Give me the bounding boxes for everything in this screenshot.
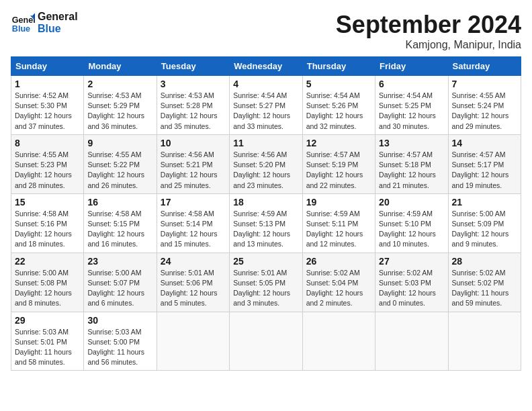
day-info: Sunrise: 5:02 AM Sunset: 5:02 PM Dayligh… xyxy=(452,268,517,309)
day-number: 3 xyxy=(161,79,226,89)
weekday-header-thursday: Thursday xyxy=(302,57,375,76)
calendar-cell: 24Sunrise: 5:01 AM Sunset: 5:06 PM Dayli… xyxy=(157,253,229,312)
calendar-cell: 19Sunrise: 4:59 AM Sunset: 5:11 PM Dayli… xyxy=(302,193,375,253)
day-number: 27 xyxy=(379,256,444,267)
calendar-cell: 17Sunrise: 4:58 AM Sunset: 5:14 PM Dayli… xyxy=(157,193,229,253)
day-info: Sunrise: 4:53 AM Sunset: 5:28 PM Dayligh… xyxy=(161,91,226,132)
calendar-cell xyxy=(448,312,521,371)
calendar-cell: 8Sunrise: 4:55 AM Sunset: 5:23 PM Daylig… xyxy=(11,134,84,193)
day-info: Sunrise: 4:55 AM Sunset: 5:22 PM Dayligh… xyxy=(87,150,152,191)
calendar-cell: 23Sunrise: 5:00 AM Sunset: 5:07 PM Dayli… xyxy=(84,253,157,312)
day-info: Sunrise: 5:00 AM Sunset: 5:08 PM Dayligh… xyxy=(15,268,80,309)
day-info: Sunrise: 5:01 AM Sunset: 5:05 PM Dayligh… xyxy=(233,268,298,309)
day-info: Sunrise: 4:58 AM Sunset: 5:15 PM Dayligh… xyxy=(87,209,152,250)
calendar-table: SundayMondayTuesdayWednesdayThursdayFrid… xyxy=(11,56,521,371)
calendar-cell: 13Sunrise: 4:57 AM Sunset: 5:18 PM Dayli… xyxy=(375,134,448,193)
day-info: Sunrise: 4:53 AM Sunset: 5:29 PM Dayligh… xyxy=(87,91,152,132)
day-number: 9 xyxy=(87,138,152,148)
day-info: Sunrise: 4:57 AM Sunset: 5:19 PM Dayligh… xyxy=(306,150,371,191)
calendar-cell: 16Sunrise: 4:58 AM Sunset: 5:15 PM Dayli… xyxy=(84,193,157,253)
day-number: 25 xyxy=(233,256,298,267)
calendar-cell xyxy=(230,312,302,371)
day-number: 26 xyxy=(306,256,371,267)
day-info: Sunrise: 4:54 AM Sunset: 5:26 PM Dayligh… xyxy=(306,91,371,132)
calendar-cell: 5Sunrise: 4:54 AM Sunset: 5:26 PM Daylig… xyxy=(302,76,375,135)
calendar-cell: 30Sunrise: 5:03 AM Sunset: 5:00 PM Dayli… xyxy=(84,312,157,371)
day-number: 16 xyxy=(87,197,152,208)
calendar-cell: 3Sunrise: 4:53 AM Sunset: 5:28 PM Daylig… xyxy=(157,76,229,135)
calendar-cell: 20Sunrise: 4:59 AM Sunset: 5:10 PM Dayli… xyxy=(375,193,448,253)
day-number: 24 xyxy=(161,256,226,267)
calendar-cell: 1Sunrise: 4:52 AM Sunset: 5:30 PM Daylig… xyxy=(11,76,84,135)
calendar-cell: 25Sunrise: 5:01 AM Sunset: 5:05 PM Dayli… xyxy=(230,253,302,312)
day-info: Sunrise: 4:52 AM Sunset: 5:30 PM Dayligh… xyxy=(15,91,80,132)
calendar-cell xyxy=(157,312,229,371)
calendar-cell: 15Sunrise: 4:58 AM Sunset: 5:16 PM Dayli… xyxy=(11,193,84,253)
weekday-header-sunday: Sunday xyxy=(11,57,84,76)
calendar-cell: 22Sunrise: 5:00 AM Sunset: 5:08 PM Dayli… xyxy=(11,253,84,312)
day-info: Sunrise: 4:55 AM Sunset: 5:24 PM Dayligh… xyxy=(452,91,517,132)
calendar-cell: 4Sunrise: 4:54 AM Sunset: 5:27 PM Daylig… xyxy=(230,76,302,135)
day-info: Sunrise: 4:59 AM Sunset: 5:13 PM Dayligh… xyxy=(233,209,298,250)
logo-icon: General Blue xyxy=(11,11,35,35)
svg-text:Blue: Blue xyxy=(12,24,30,34)
day-number: 5 xyxy=(306,79,371,89)
day-info: Sunrise: 4:56 AM Sunset: 5:20 PM Dayligh… xyxy=(233,150,298,191)
day-number: 6 xyxy=(379,79,444,89)
calendar-cell xyxy=(375,312,448,371)
day-info: Sunrise: 4:54 AM Sunset: 5:25 PM Dayligh… xyxy=(379,91,444,132)
day-info: Sunrise: 4:56 AM Sunset: 5:21 PM Dayligh… xyxy=(161,150,226,191)
day-number: 22 xyxy=(15,256,80,267)
day-number: 13 xyxy=(379,138,444,148)
day-number: 8 xyxy=(15,138,80,148)
day-number: 4 xyxy=(233,79,298,89)
calendar-cell: 2Sunrise: 4:53 AM Sunset: 5:29 PM Daylig… xyxy=(84,76,157,135)
day-info: Sunrise: 4:59 AM Sunset: 5:11 PM Dayligh… xyxy=(306,209,371,250)
day-number: 20 xyxy=(379,197,444,208)
day-number: 28 xyxy=(452,256,517,267)
day-number: 15 xyxy=(15,197,80,208)
day-number: 7 xyxy=(452,79,517,89)
calendar-cell: 12Sunrise: 4:57 AM Sunset: 5:19 PM Dayli… xyxy=(302,134,375,193)
calendar-cell: 26Sunrise: 5:02 AM Sunset: 5:04 PM Dayli… xyxy=(302,253,375,312)
calendar-cell: 29Sunrise: 5:03 AM Sunset: 5:01 PM Dayli… xyxy=(11,312,84,371)
day-info: Sunrise: 4:58 AM Sunset: 5:14 PM Dayligh… xyxy=(161,209,226,250)
day-number: 29 xyxy=(15,315,80,326)
weekday-header-tuesday: Tuesday xyxy=(157,57,229,76)
day-number: 21 xyxy=(452,197,517,208)
day-number: 1 xyxy=(15,79,80,89)
weekday-header-friday: Friday xyxy=(375,57,448,76)
calendar-cell: 27Sunrise: 5:02 AM Sunset: 5:03 PM Dayli… xyxy=(375,253,448,312)
day-info: Sunrise: 4:54 AM Sunset: 5:27 PM Dayligh… xyxy=(233,91,298,132)
day-info: Sunrise: 5:01 AM Sunset: 5:06 PM Dayligh… xyxy=(161,268,226,309)
day-number: 18 xyxy=(233,197,298,208)
calendar-cell: 6Sunrise: 4:54 AM Sunset: 5:25 PM Daylig… xyxy=(375,76,448,135)
day-info: Sunrise: 5:03 AM Sunset: 5:01 PM Dayligh… xyxy=(15,327,80,368)
day-info: Sunrise: 4:57 AM Sunset: 5:17 PM Dayligh… xyxy=(452,150,517,191)
day-number: 11 xyxy=(233,138,298,148)
day-info: Sunrise: 4:57 AM Sunset: 5:18 PM Dayligh… xyxy=(379,150,444,191)
day-info: Sunrise: 5:02 AM Sunset: 5:04 PM Dayligh… xyxy=(306,268,371,309)
day-number: 14 xyxy=(452,138,517,148)
weekday-header-saturday: Saturday xyxy=(448,57,521,76)
day-number: 2 xyxy=(87,79,152,89)
day-info: Sunrise: 5:00 AM Sunset: 5:09 PM Dayligh… xyxy=(452,209,517,250)
weekday-header-monday: Monday xyxy=(84,57,157,76)
page-header: General Blue General Blue September 2024… xyxy=(11,11,521,51)
weekday-header-wednesday: Wednesday xyxy=(230,57,302,76)
calendar-cell: 14Sunrise: 4:57 AM Sunset: 5:17 PM Dayli… xyxy=(448,134,521,193)
calendar-cell: 21Sunrise: 5:00 AM Sunset: 5:09 PM Dayli… xyxy=(448,193,521,253)
day-number: 23 xyxy=(87,256,152,267)
day-number: 17 xyxy=(161,197,226,208)
day-info: Sunrise: 5:00 AM Sunset: 5:07 PM Dayligh… xyxy=(87,268,152,309)
calendar-cell xyxy=(302,312,375,371)
day-number: 10 xyxy=(161,138,226,148)
calendar-cell: 10Sunrise: 4:56 AM Sunset: 5:21 PM Dayli… xyxy=(157,134,229,193)
calendar-cell: 11Sunrise: 4:56 AM Sunset: 5:20 PM Dayli… xyxy=(230,134,302,193)
title-block: September 2024 Kamjong, Manipur, India xyxy=(336,11,521,51)
location: Kamjong, Manipur, India xyxy=(336,39,521,51)
calendar-cell: 9Sunrise: 4:55 AM Sunset: 5:22 PM Daylig… xyxy=(84,134,157,193)
day-info: Sunrise: 4:58 AM Sunset: 5:16 PM Dayligh… xyxy=(15,209,80,250)
calendar-cell: 7Sunrise: 4:55 AM Sunset: 5:24 PM Daylig… xyxy=(448,76,521,135)
day-number: 12 xyxy=(306,138,371,148)
